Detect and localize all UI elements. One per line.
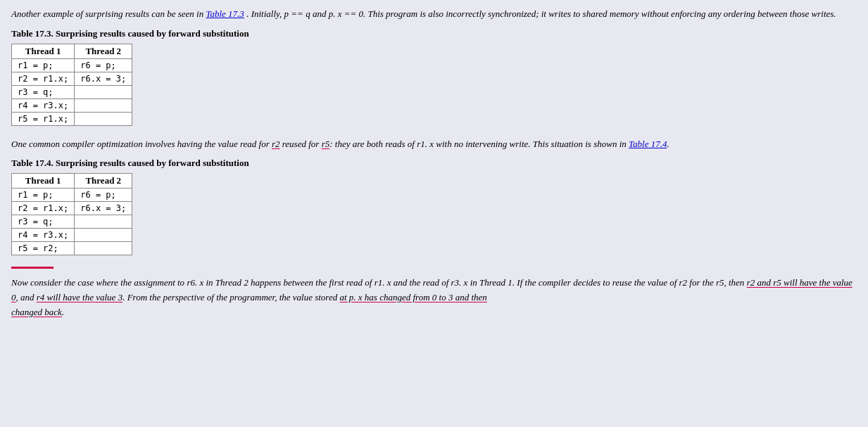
underline-px: at p. x has changed from 0 to 3 and then (339, 292, 486, 302)
code-r5-middle: r5 (322, 139, 330, 149)
table-row: r2 = r1.x; r6.x = 3; (12, 202, 132, 215)
table2-header-thread2: Thread 2 (75, 174, 132, 189)
intro-text-1: Another example of surprising results ca… (11, 8, 203, 19)
table17-4-link[interactable]: Table 17.4 (629, 139, 667, 149)
table2-r2-t1: r2 = r1.x; (12, 202, 75, 215)
table-row: r1 = p; r6 = p; (12, 58, 132, 72)
middle-paragraph: One common compiler optimization involve… (11, 137, 857, 151)
table2-r1-t2: r6 = p; (75, 189, 132, 202)
table1-r5-t2 (75, 112, 132, 125)
table2-title: Table 17.4. Surprising results caused by… (11, 158, 857, 169)
table1-r2-t1: r2 = r1.x; (12, 72, 75, 85)
table17-3-link[interactable]: Table 17.3 (206, 8, 244, 19)
table1-r1-t1: r1 = p; (12, 58, 75, 72)
red-underline-bar (11, 267, 54, 269)
table2-r3-t1: r3 = q; (12, 215, 75, 229)
intro-text-2: . Initially, p == q and p. x == 0. This … (246, 8, 836, 19)
intro-paragraph: Another example of surprising results ca… (11, 7, 857, 21)
underline-px-cont: changed back (11, 307, 62, 317)
table-row: r1 = p; r6 = p; (12, 189, 132, 202)
table2-header-thread1: Thread 1 (12, 174, 75, 189)
table2: Thread 1 Thread 2 r1 = p; r6 = p; r2 = r… (11, 173, 132, 255)
bottom-paragraph: Now consider the case where the assignme… (11, 276, 857, 319)
table2-r5-t2 (75, 242, 132, 255)
table1-r1-t2: r6 = p; (75, 58, 132, 72)
table2-r4-t1: r4 = r3.x; (12, 229, 75, 242)
table1-r2-t2: r6.x = 3; (75, 72, 132, 85)
code-r2-middle: r2 (272, 139, 280, 149)
table1-r5-t1: r5 = r1.x; (12, 112, 75, 125)
table2-r5-t1: r5 = r2; (12, 242, 75, 255)
table2-r3-t2 (75, 215, 132, 229)
table-row: r5 = r2; (12, 242, 132, 255)
table-row: r5 = r1.x; (12, 112, 132, 125)
table1-r4-t2 (75, 98, 132, 112)
table1-r3-t1: r3 = q; (12, 85, 75, 98)
table2-r2-t2: r6.x = 3; (75, 202, 132, 215)
table1-header-thread1: Thread 1 (12, 44, 75, 58)
table1: Thread 1 Thread 2 r1 = p; r6 = p; r2 = r… (11, 44, 132, 126)
table-row: r3 = q; (12, 215, 132, 229)
table-row: r4 = r3.x; (12, 229, 132, 242)
table1-r4-t1: r4 = r3.x; (12, 98, 75, 112)
underline-r4: r4 will have the value 3 (37, 292, 122, 302)
table1-header-thread2: Thread 2 (75, 44, 132, 58)
table1-title: Table 17.3. Surprising results caused by… (11, 28, 857, 39)
table-row: r4 = r3.x; (12, 98, 132, 112)
table1-r3-t2 (75, 85, 132, 98)
table-row: r3 = q; (12, 85, 132, 98)
table2-r4-t2 (75, 229, 132, 242)
table2-r1-t1: r1 = p; (12, 189, 75, 202)
table-row: r2 = r1.x; r6.x = 3; (12, 72, 132, 85)
